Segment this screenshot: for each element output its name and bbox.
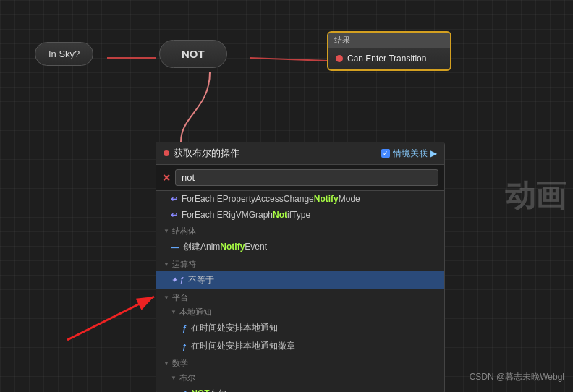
section-label-math: 数学 [156, 355, 444, 370]
list-item-label: ForEach ERigVMGraphNotifType [182, 210, 310, 220]
node-in-sky-label: In Sky? [48, 48, 80, 59]
list-item-not-bool[interactable]: ƒ NOT布尔 [156, 385, 444, 392]
node-result-body: Can Enter Transition [328, 48, 450, 69]
subsection-label-bool: 布尔 [156, 370, 444, 385]
item-icon: ƒ [182, 342, 187, 351]
list-item-label: ForEach EPropertyAccessChangeNotifyMode [182, 194, 360, 204]
list-item-label: NOT布尔 [191, 388, 226, 392]
section-label-structure: 结构体 [156, 223, 444, 238]
subsection-label-local-notify: 本地通知 [156, 304, 444, 319]
dropdown-title: 获取布尔的操作 [164, 147, 239, 160]
list-item-not-equal[interactable]: ✦ ƒ 不等于 [156, 271, 444, 289]
csdn-credit: CSDN @暮志未晚Webgl [470, 371, 564, 383]
node-result-header: 结果 [328, 33, 450, 48]
dropdown-header: 获取布尔的操作 ✓ 情境关联 ▶ [156, 142, 444, 165]
item-icon-f: ✦ ƒ [171, 276, 184, 285]
node-not-label: NOT [182, 48, 205, 60]
node-result-label: Can Enter Transition [347, 54, 426, 64]
item-icon: ↩ [171, 210, 177, 220]
list-item-label: 在时间处安排本地通知 [191, 322, 278, 334]
dropdown-title-dot [164, 150, 169, 156]
list-item[interactable]: — 创建AnimNotifyEvent [156, 238, 444, 256]
result-pin [336, 55, 343, 62]
list-item-label: 不等于 [188, 274, 214, 286]
dropdown-panel: 获取布尔的操作 ✓ 情境关联 ▶ ✕ ↩ ForEach EPropertyAc… [156, 142, 445, 392]
section-label-platform: 平台 [156, 289, 444, 304]
checkbox-icon: ✓ [381, 149, 390, 158]
node-not[interactable]: NOT [159, 40, 227, 68]
node-in-sky[interactable]: In Sky? [35, 42, 93, 66]
search-input[interactable] [175, 169, 438, 186]
dropdown-context-label: 情境关联 [393, 148, 428, 160]
list-item[interactable]: ƒ 在时间处安排本地通知徽章 [156, 337, 444, 355]
dropdown-title-label: 获取布尔的操作 [174, 147, 239, 160]
dropdown-list[interactable]: ↩ ForEach EPropertyAccessChangeNotifyMod… [156, 191, 444, 392]
list-item[interactable]: ↩ ForEach EPropertyAccessChangeNotifyMod… [156, 191, 444, 207]
node-result[interactable]: 结果 Can Enter Transition [327, 31, 451, 71]
section-label-operator: 运算符 [156, 256, 444, 271]
list-item[interactable]: ƒ 在时间处安排本地通知 [156, 319, 444, 337]
dropdown-context[interactable]: ✓ 情境关联 ▶ [381, 148, 437, 160]
search-bar: ✕ [156, 165, 444, 191]
item-icon: ↩ [171, 195, 177, 204]
item-icon: ƒ [182, 324, 187, 333]
list-item-label: 创建AnimNotifyEvent [183, 241, 267, 253]
item-icon: ƒ [182, 390, 187, 393]
search-clear-button[interactable]: ✕ [162, 172, 171, 184]
item-icon: — [171, 243, 179, 252]
list-item[interactable]: ↩ ForEach ERigVMGraphNotifType [156, 207, 444, 223]
chevron-right-icon: ▶ [430, 148, 437, 158]
list-item-label: 在时间处安排本地通知徽章 [191, 340, 295, 352]
